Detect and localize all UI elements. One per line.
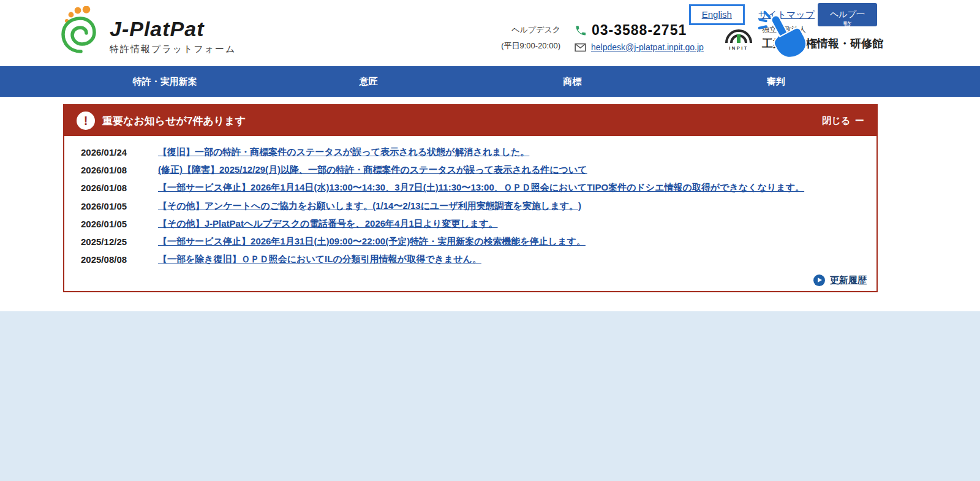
inpit-org-name: 工業所有権情報・研修館 (762, 36, 883, 51)
notice-link[interactable]: 【一部サービス停止】2026年1月14日(水)13:00〜14:30、3月7日(… (158, 182, 804, 194)
notice-date: 2026/01/05 (81, 201, 145, 211)
notice-title: 重要なお知らせが7件あります (102, 114, 246, 128)
nav-item-trial[interactable]: 審判 (674, 66, 878, 97)
notice-link[interactable]: 【復旧】一部の特許・商標案件のステータスが誤って表示される状態が解消されました。 (158, 146, 529, 158)
notice-close-button[interactable]: 閉じる ー (822, 115, 864, 127)
english-link[interactable]: English (702, 9, 732, 20)
helpdesk-label: ヘルプデスク (499, 25, 560, 36)
jplatpat-logo-icon (58, 6, 104, 54)
notice-link[interactable]: 【一部サービス停止】2026年1月31日(土)09:00〜22:00(予定)特許… (158, 236, 586, 248)
nav-item-patent[interactable]: 特許・実用新案 (63, 66, 267, 97)
update-history[interactable]: 更新履歴 (813, 275, 867, 286)
nav-item-trademark[interactable]: 商標 (470, 66, 674, 97)
helpdesk-email-link[interactable]: helpdesk@j-platpat.inpit.go.jp (591, 42, 704, 52)
helpdesk-info: ヘルプデスク (平日9:00-20:00) (499, 25, 560, 51)
inpit-logo-icon: INPIT (723, 23, 755, 51)
notice-link[interactable]: (修正)【障害】2025/12/29(月)以降、一部の特許・商標案件のステータス… (158, 164, 587, 176)
notice-row: 2026/01/08 【一部サービス停止】2026年1月14日(水)13:00〜… (81, 179, 861, 197)
nav-item-design[interactable]: 意匠 (267, 66, 471, 97)
helpdesk-contact: 03-3588-2751 helpdesk@j-platpat.inpit.go… (575, 22, 704, 52)
notice-list: 2026/01/24 【復旧】一部の特許・商標案件のステータスが誤って表示される… (64, 136, 876, 268)
notice-link[interactable]: 【その他】J-PlatPatヘルプデスクの電話番号を、2026年4月1日より変更… (158, 218, 498, 230)
mail-icon (575, 43, 586, 52)
simple-search-section: 簡易検索 ヘルプ 特許・実用新案、意匠、商標について、キーワードや番号を入力して… (0, 311, 980, 481)
play-circle-icon (813, 275, 825, 286)
notice-row: 2025/08/08 【一部を除き復旧】ＯＰＤ照会においてILの分類引用情報が取… (81, 251, 861, 268)
inpit-texts: 独立行政法人 工業所有権情報・研修館 (762, 25, 883, 51)
notice-close-label: 閉じる (822, 115, 850, 127)
notice-header: ! 重要なお知らせが7件あります 閉じる ー (64, 105, 876, 136)
notice-date: 2025/08/08 (81, 254, 145, 265)
phone-icon (575, 25, 587, 37)
jplatpat-logo[interactable]: J-PlatPat 特許情報プラットフォーム (58, 6, 236, 55)
notice-link[interactable]: 【一部を除き復旧】ＯＰＤ照会においてILの分類引用情報が取得できません。 (158, 254, 481, 265)
sitemap-link[interactable]: サイトマップ (758, 9, 815, 21)
header: J-PlatPat 特許情報プラットフォーム English サイトマップ ヘル… (0, 0, 980, 66)
alert-icon: ! (77, 112, 95, 130)
helpdesk-hours: (平日9:00-20:00) (499, 40, 560, 51)
mail-row: helpdesk@j-platpat.inpit.go.jp (575, 42, 704, 52)
update-history-link[interactable]: 更新履歴 (830, 275, 867, 286)
phone-row: 03-3588-2751 (575, 22, 704, 39)
main-nav: 特許・実用新案 意匠 商標 審判 (0, 66, 980, 97)
important-notice-panel: ! 重要なお知らせが7件あります 閉じる ー 2026/01/24 【復旧】一部… (63, 104, 878, 292)
notice-row: 2026/01/05 【その他】アンケートへのご協力をお願いします。(1/14〜… (81, 197, 861, 215)
notice-date: 2026/01/24 (81, 147, 145, 157)
notice-link[interactable]: 【その他】アンケートへのご協力をお願いします。(1/14〜2/13にユーザ利用実… (158, 200, 581, 212)
notice-row: 2025/12/25 【一部サービス停止】2026年1月31日(土)09:00〜… (81, 233, 861, 251)
notice-row: 2026/01/05 【その他】J-PlatPatヘルプデスクの電話番号を、20… (81, 215, 861, 233)
logo-texts: J-PlatPat 特許情報プラットフォーム (110, 6, 236, 55)
notice-date: 2026/01/08 (81, 165, 145, 175)
notice-row: 2026/01/08 (修正)【障害】2025/12/29(月)以降、一部の特許… (81, 161, 861, 179)
notice-date: 2025/12/25 (81, 237, 145, 247)
jplatpat-home-page: J-PlatPat 特許情報プラットフォーム English サイトマップ ヘル… (0, 0, 980, 481)
logo-title: J-PlatPat (110, 17, 236, 41)
notice-date: 2026/01/08 (81, 183, 145, 193)
svg-text:INPIT: INPIT (729, 45, 748, 51)
notice-date: 2026/01/05 (81, 219, 145, 229)
helpdesk-phone: 03-3588-2751 (592, 22, 687, 39)
logo-subtitle: 特許情報プラットフォーム (110, 44, 236, 55)
notice-row: 2026/01/24 【復旧】一部の特許・商標案件のステータスが誤って表示される… (81, 143, 861, 161)
minus-icon: ー (855, 115, 864, 127)
inpit-block[interactable]: INPIT 独立行政法人 工業所有権情報・研修館 (723, 23, 883, 51)
inpit-org-type: 独立行政法人 (762, 25, 883, 35)
